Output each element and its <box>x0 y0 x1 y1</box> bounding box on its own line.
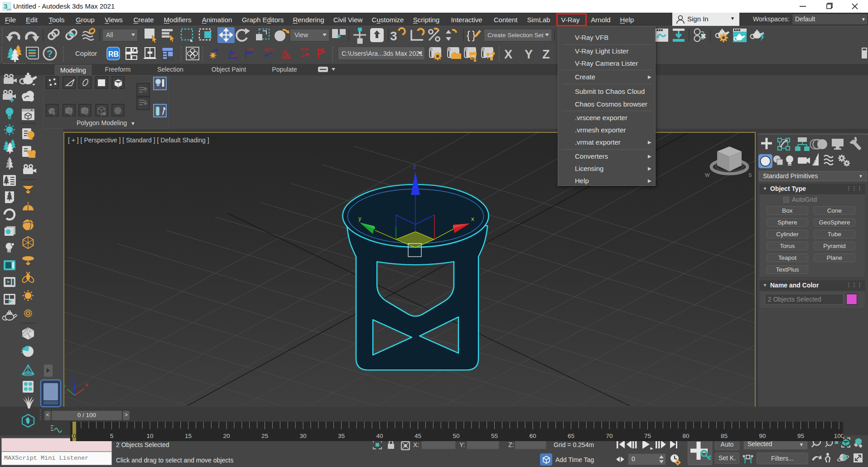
svg-text:80: 80 <box>682 433 689 439</box>
svg-text:70: 70 <box>606 433 612 439</box>
svg-text:z: z <box>72 375 75 382</box>
svg-text:50: 50 <box>248 47 253 51</box>
svg-text:85: 85 <box>721 433 728 439</box>
svg-text:All: All <box>106 31 113 39</box>
svg-text:45: 45 <box>320 47 324 51</box>
svg-text:45: 45 <box>232 54 236 58</box>
svg-text:KOP: KOP <box>300 47 309 52</box>
svg-text:35: 35 <box>338 433 345 439</box>
svg-text:MAX: MAX <box>7 8 11 11</box>
svg-text:Y: Y <box>525 48 533 61</box>
svg-text:10: 10 <box>146 433 153 439</box>
svg-text:x: x <box>85 381 88 388</box>
svg-text:30: 30 <box>299 433 306 439</box>
svg-text:RB: RB <box>108 50 119 58</box>
svg-text:55: 55 <box>491 433 498 439</box>
svg-text:0: 0 <box>72 433 76 439</box>
svg-text:{: { <box>467 29 470 41</box>
svg-text:NOTL: NOTL <box>264 48 275 52</box>
svg-text:90: 90 <box>759 433 766 439</box>
svg-text:45: 45 <box>285 54 289 58</box>
svg-text:60: 60 <box>529 433 536 439</box>
svg-text:z: z <box>413 163 416 170</box>
svg-text:75: 75 <box>644 433 651 439</box>
svg-text:40: 40 <box>376 433 383 439</box>
svg-text:45: 45 <box>415 433 421 439</box>
svg-text:50: 50 <box>453 433 459 439</box>
svg-text:x: x <box>471 215 474 222</box>
svg-text:95: 95 <box>797 433 804 439</box>
svg-text:Create Selection Set: Create Selection Set <box>487 32 544 39</box>
svg-text:5: 5 <box>110 433 114 439</box>
svg-text:3: 3 <box>390 29 397 43</box>
svg-text:View: View <box>294 31 309 39</box>
svg-text:100: 100 <box>834 433 843 439</box>
svg-text:C:\Users\Ara...3ds Max 2021: C:\Users\Ara...3ds Max 2021 <box>342 50 423 57</box>
svg-text:15: 15 <box>185 433 192 439</box>
svg-text:Z: Z <box>542 48 550 61</box>
svg-text:X: X <box>504 48 512 61</box>
svg-text:20: 20 <box>223 433 230 439</box>
svg-text:?: ? <box>47 48 53 59</box>
svg-text:65: 65 <box>568 433 574 439</box>
svg-text:S: S <box>748 172 752 178</box>
svg-text:y: y <box>64 383 66 389</box>
svg-text:y: y <box>358 215 362 222</box>
svg-text:W: W <box>705 172 710 178</box>
svg-text:25: 25 <box>261 433 268 439</box>
svg-text:Copitor: Copitor <box>75 49 97 57</box>
